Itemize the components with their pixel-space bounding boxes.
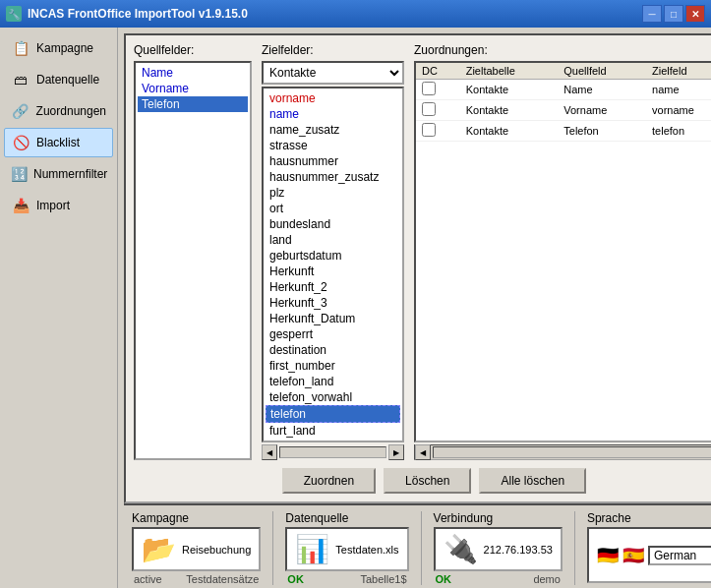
- sidebar-item-import[interactable]: 📥 Import: [4, 191, 113, 220]
- target-item-telefon-land[interactable]: telefon_land: [266, 374, 400, 389]
- assign-scrollbar-track[interactable]: [433, 446, 711, 458]
- target-item-land[interactable]: land: [266, 232, 400, 248]
- row-quellfeld: Telefon: [558, 121, 646, 142]
- scroll-left-btn[interactable]: ◀: [262, 444, 277, 460]
- status-datenquelle: Datenquelle 📊 Testdaten.xls OK Tabelle1$: [285, 511, 408, 585]
- target-list[interactable]: vorname name name_zusatz strasse hausnum…: [262, 87, 404, 442]
- flag-es-icon: 🇪🇸: [622, 545, 644, 566]
- status-verbindung-title: Verbindung: [434, 511, 494, 525]
- datenquelle-name: Testdaten.xls: [335, 544, 398, 556]
- source-label: Quellfelder:: [134, 43, 252, 57]
- source-item-telefon[interactable]: Telefon: [138, 96, 248, 112]
- zuordnungen-icon: 🔗: [11, 101, 30, 121]
- import-icon: 📥: [11, 196, 30, 215]
- sidebar-item-zuordnungen[interactable]: 🔗 Zuordnungen: [4, 96, 113, 126]
- assign-scroll-left[interactable]: ◀: [415, 444, 431, 460]
- verbindung-network-icon: 🔌: [444, 533, 478, 565]
- status-verbindung-inner: 🔌 212.76.193.53: [434, 527, 563, 571]
- assignments-column: Zuordnungen: DC Zieltabelle Quellfeld Zi…: [414, 43, 711, 460]
- target-item-geburtsdatum[interactable]: geburtsdatum: [266, 248, 400, 264]
- sidebar-label-kampagne: Kampagne: [36, 41, 93, 55]
- row-zielfeld: telefon: [646, 121, 711, 142]
- nummernfilter-icon: 🔢: [11, 164, 28, 184]
- target-item-herkunft[interactable]: Herkunft: [266, 264, 400, 279]
- source-list[interactable]: Name Vorname Telefon: [134, 61, 252, 460]
- target-item-bundesland[interactable]: bundesland: [266, 216, 400, 232]
- zuordnen-button[interactable]: Zuordnen: [282, 468, 376, 494]
- divider-2: [421, 511, 422, 585]
- target-scrollbar[interactable]: ◀ ▶: [262, 444, 404, 460]
- row-zieltabelle: Kontakte: [460, 80, 559, 100]
- kampagne-sub: Testdatensätze: [186, 573, 259, 585]
- target-item-herkunft-datum[interactable]: Herkunft_Datum: [266, 311, 400, 326]
- target-item-herkunft3[interactable]: Herkunft_3: [266, 295, 400, 311]
- target-item-strasse[interactable]: strasse: [266, 138, 400, 153]
- target-item-destination[interactable]: destination: [266, 342, 400, 358]
- restore-button[interactable]: □: [664, 5, 683, 23]
- sidebar-item-kampagne[interactable]: 📋 Kampagne: [4, 33, 113, 63]
- row-dc-checkbox[interactable]: [422, 123, 436, 137]
- window-controls: ─ □ ✕: [642, 5, 705, 23]
- assign-scrollbar[interactable]: ◀ ▶: [414, 444, 711, 460]
- row-zieltabelle: Kontakte: [460, 100, 559, 121]
- table-row: Kontakte Name name: [416, 80, 711, 100]
- target-item-telefon-vorwahl[interactable]: telefon_vorwahl: [266, 389, 400, 405]
- status-sprache: Sprache 🇩🇪 🇪🇸 German English French: [587, 511, 711, 585]
- assign-table-wrapper[interactable]: DC Zieltabelle Quellfeld Zielfeld Kontak…: [414, 61, 711, 442]
- row-dc-checkbox[interactable]: [422, 82, 436, 95]
- target-item-telefon[interactable]: telefon: [266, 405, 400, 423]
- target-item-furt-land[interactable]: furt_land: [266, 423, 400, 439]
- table-row: Kontakte Vorname vorname: [416, 100, 711, 121]
- loeschen-button[interactable]: Löschen: [384, 468, 471, 494]
- target-item-name-zusatz[interactable]: name_zusatz: [266, 122, 400, 138]
- col-dc: DC: [416, 63, 460, 80]
- kampagne-folder-icon: 📂: [142, 533, 176, 565]
- sidebar-label-zuordnungen: Zuordnungen: [36, 104, 106, 118]
- scrollbar-track[interactable]: [279, 446, 386, 458]
- sidebar-label-nummernfilter: Nummernfilter: [33, 167, 107, 181]
- datenquelle-file-icon: 📊: [295, 533, 329, 565]
- datenquelle-icon: 🗃: [11, 70, 30, 89]
- datenquelle-sub: Tabelle1$: [360, 573, 406, 585]
- minimize-button[interactable]: ─: [642, 5, 662, 23]
- close-button[interactable]: ✕: [685, 5, 705, 23]
- columns: Quellfelder: Name Vorname Telefon Zielfe…: [134, 43, 711, 460]
- scroll-right-btn[interactable]: ▶: [388, 444, 404, 460]
- row-zielfeld: name: [646, 80, 711, 100]
- col-zieltabelle: Zieltabelle: [460, 63, 559, 80]
- col-quellfeld: Quellfeld: [558, 63, 646, 80]
- app-title: INCAS FrontOffice ImportTool v1.9.15.0: [28, 7, 248, 21]
- target-item-name[interactable]: name: [266, 106, 400, 122]
- status-verbindung: Verbindung 🔌 212.76.193.53 OK demo: [434, 511, 563, 585]
- target-column: Zielfelder: Kontakte Personen Firmen vor…: [262, 43, 404, 460]
- sidebar-label-blacklist: Blacklist: [36, 136, 80, 149]
- assign-table: DC Zieltabelle Quellfeld Zielfeld Kontak…: [416, 63, 711, 142]
- kampagne-icon: 📋: [11, 38, 30, 58]
- source-item-vorname[interactable]: Vorname: [138, 81, 248, 96]
- sidebar-item-blacklist[interactable]: 🚫 Blacklist: [4, 128, 113, 157]
- target-item-plz[interactable]: plz: [266, 185, 400, 201]
- sidebar-item-datenquelle[interactable]: 🗃 Datenquelle: [4, 65, 113, 94]
- blacklist-icon: 🚫: [11, 133, 30, 152]
- status-datenquelle-inner: 📊 Testdaten.xls: [285, 527, 408, 571]
- status-sprache-title: Sprache: [587, 511, 631, 525]
- status-bar: Kampagne 📂 Reisebuchung active Testdaten…: [124, 503, 711, 588]
- target-item-ort[interactable]: ort: [266, 201, 400, 216]
- sidebar-item-nummernfilter[interactable]: 🔢 Nummernfilter: [4, 159, 113, 189]
- source-item-name[interactable]: Name: [138, 65, 248, 81]
- divider-3: [574, 511, 575, 585]
- target-dropdown[interactable]: Kontakte Personen Firmen: [262, 61, 404, 85]
- sidebar: 📋 Kampagne 🗃 Datenquelle 🔗 Zuordnungen 🚫…: [0, 28, 118, 588]
- language-dropdown[interactable]: German English French: [648, 546, 711, 565]
- target-item-hausnummer[interactable]: hausnummer: [266, 153, 400, 169]
- target-item-gesperrt[interactable]: gesperrt: [266, 326, 400, 342]
- alle-loeschen-button[interactable]: Alle löschen: [479, 468, 586, 494]
- row-dc-checkbox[interactable]: [422, 102, 436, 116]
- target-item-vorname[interactable]: vorname: [266, 90, 400, 106]
- table-row: Kontakte Telefon telefon: [416, 121, 711, 142]
- sidebar-label-import: Import: [36, 199, 70, 212]
- col-zielfeld: Zielfeld: [646, 63, 711, 80]
- target-item-herkunft2[interactable]: Herkunft_2: [266, 279, 400, 295]
- target-item-hausnummer-zusatz[interactable]: hausnummer_zusatz: [266, 169, 400, 185]
- target-item-first-number[interactable]: first_number: [266, 358, 400, 374]
